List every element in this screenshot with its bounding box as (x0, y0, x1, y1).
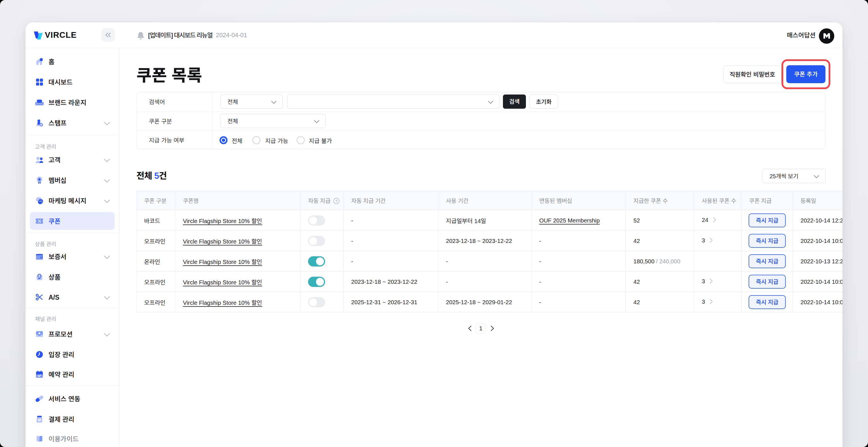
svg-text:?: ? (336, 199, 338, 203)
